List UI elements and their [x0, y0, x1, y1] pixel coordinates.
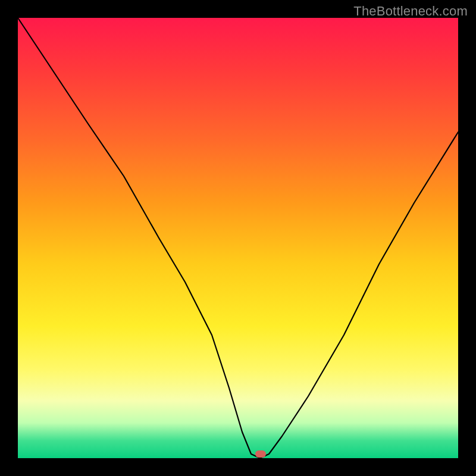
bottleneck-curve — [18, 18, 458, 458]
curve-path — [18, 18, 458, 458]
optimum-marker — [255, 450, 266, 458]
watermark-text: TheBottleneck.com — [353, 4, 468, 19]
chart-frame: TheBottleneck.com — [0, 0, 476, 476]
plot-area — [18, 18, 458, 458]
